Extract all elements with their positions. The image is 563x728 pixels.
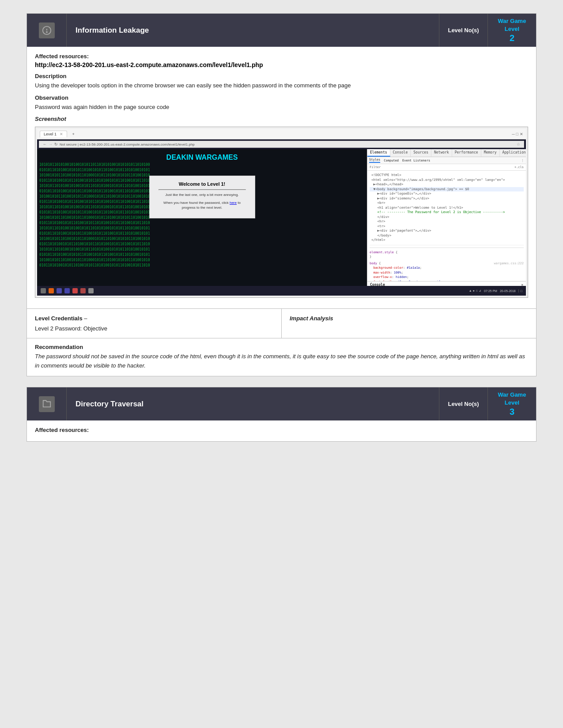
tab-label: Level 1 bbox=[44, 132, 57, 136]
taskbar-date: 20-05-2018 bbox=[500, 289, 516, 293]
code-line-10: </div> bbox=[370, 215, 524, 220]
credentials-impact-row: Level Credentials – Level 2 Password: Ob… bbox=[27, 308, 536, 338]
welcome-line1: Just like the last one, only a bit more … bbox=[159, 192, 246, 197]
filter-icon[interactable]: ⋮ bbox=[521, 159, 524, 162]
taskbar-icon-7[interactable] bbox=[88, 288, 94, 293]
code-line-3: ▶<head>…</head> bbox=[370, 182, 524, 187]
credentials-sep: – bbox=[84, 315, 87, 322]
observation-label: Observation bbox=[35, 94, 528, 101]
tab-sources[interactable]: Sources bbox=[411, 149, 431, 157]
maximize-icon[interactable]: □ bbox=[516, 132, 518, 136]
section1-icon bbox=[39, 23, 55, 38]
section2-icon bbox=[39, 396, 55, 412]
section2-icon-col bbox=[27, 387, 67, 420]
wargames-page: DEAKIN WARGAMES 101010110101001010010101… bbox=[37, 149, 367, 286]
browser-controls: ─ □ ✕ bbox=[512, 132, 523, 136]
description-label: Description bbox=[35, 73, 528, 79]
section2-level-col: Level No(s) bbox=[439, 387, 487, 420]
forward-icon[interactable]: → bbox=[49, 142, 53, 146]
css-panel: element.style { } body { wargames.css:22… bbox=[370, 248, 524, 281]
tab-performance[interactable]: Performance bbox=[452, 149, 481, 157]
code-line-6: ▶<div id="siemenu">…</div> bbox=[370, 196, 524, 201]
section2-header: Directory Traversal Level No(s) War Game… bbox=[27, 387, 536, 420]
credentials-col: Level Credentials – Level 2 Password: Ob… bbox=[27, 309, 282, 338]
section-directory-traversal: Directory Traversal Level No(s) War Game… bbox=[26, 387, 537, 442]
section2-wargame-col: War GameLevel 3 bbox=[487, 387, 536, 420]
affected-url: http://ec2-13-58-200-201.us-east-2.compu… bbox=[35, 61, 528, 68]
tab-network[interactable]: Network bbox=[431, 149, 452, 157]
computed-tab[interactable]: Computed bbox=[384, 159, 399, 162]
section2-wargame-number: 3 bbox=[498, 407, 526, 417]
close-icon[interactable]: ✕ bbox=[520, 132, 523, 136]
taskbar-icon-5[interactable] bbox=[72, 288, 78, 293]
browser-tab: Level 1 ✕ bbox=[40, 131, 67, 137]
code-line-2: <html xmlns="http://www.w3.org/1999/xhtm… bbox=[370, 178, 524, 183]
code-line-4: ▼<body background="images/background.jpg… bbox=[370, 187, 524, 192]
screenshot-container: Level 1 ✕ + ─ □ ✕ ← → ↻ Not secure | ec2… bbox=[35, 127, 528, 298]
section-information-leakage: Information Leakage Level No(s) War Game… bbox=[26, 13, 537, 376]
code-line-12: <tr> bbox=[370, 224, 524, 229]
code-line-15: </html> bbox=[370, 238, 524, 243]
styles-tab[interactable]: Styles bbox=[369, 158, 380, 163]
console-label: Console bbox=[370, 283, 385, 286]
impact-col: Impact Analysis bbox=[282, 309, 536, 338]
section2-title-col: Directory Traversal bbox=[67, 387, 439, 420]
welcome-box: Welcome to Level 1! Just like the last o… bbox=[149, 176, 255, 218]
recommendation-label: Recommendation bbox=[35, 344, 528, 350]
section1-level-col: Level No(s) bbox=[439, 14, 487, 47]
section1-level-label: Level No(s) bbox=[448, 27, 479, 34]
taskbar-desktop-icon[interactable]: □ bbox=[518, 289, 522, 293]
taskbar-right: ▲ ● ♫ ⊿ 07:25 PM 20-05-2018 □ bbox=[469, 289, 522, 293]
code-line-14: </body> bbox=[370, 233, 524, 238]
code-line-1: <!DOCTYPE html> bbox=[370, 173, 524, 178]
devtools-tabs: Elements Console Sources Network Perform… bbox=[367, 149, 526, 157]
section1-wargame-col: War GameLevel 2 bbox=[487, 14, 536, 47]
here-link[interactable]: here bbox=[230, 201, 237, 205]
reload-icon[interactable]: ↻ bbox=[54, 142, 58, 146]
section2-body: Affected resources: bbox=[27, 420, 536, 441]
tab-elements[interactable]: Elements bbox=[367, 149, 390, 157]
recommendation-section: Recommendation The password should not b… bbox=[27, 338, 536, 376]
taskbar-icon-4[interactable] bbox=[64, 288, 70, 293]
back-icon[interactable]: ← bbox=[43, 142, 47, 146]
devtools-content: <!DOCTYPE html> <html xmlns="http://www.… bbox=[367, 171, 526, 281]
css-body-rule: body { wargames.css:222 background-color… bbox=[370, 261, 524, 281]
code-line-13: ▶<div id="pagefont">…</div> bbox=[370, 229, 524, 233]
minimize-icon[interactable]: ─ bbox=[512, 132, 514, 136]
taskbar-time: 07:25 PM bbox=[484, 289, 497, 293]
code-line-11: <hr> bbox=[370, 219, 524, 224]
event-listeners-tab[interactable]: Event Listeners bbox=[402, 159, 430, 162]
taskbar-sys-icons: ▲ ● ♫ ⊿ bbox=[469, 289, 481, 293]
screenshot-label: Screenshot bbox=[35, 116, 528, 122]
taskbar-icons bbox=[41, 288, 94, 293]
code-line-5: ▶<div id="logoeDiv">…</div> bbox=[370, 191, 524, 196]
console-close-icon[interactable]: ✕ bbox=[521, 283, 523, 286]
taskbar-icon-2[interactable] bbox=[49, 288, 54, 293]
section1-header: Information Leakage Level No(s) War Game… bbox=[27, 14, 536, 47]
devtools-subtabs: Styles Computed Event Listeners ⋮ bbox=[367, 157, 526, 164]
taskbar: ▲ ● ♫ ⊿ 07:25 PM 20-05-2018 □ bbox=[37, 286, 526, 296]
section2-title: Directory Traversal bbox=[76, 400, 144, 409]
tab-console[interactable]: Console bbox=[390, 149, 411, 157]
css-element-style: element.style { } bbox=[370, 250, 524, 259]
observation-text: Password was again hidden in the page so… bbox=[35, 103, 528, 112]
tab-memory[interactable]: Memory bbox=[481, 149, 500, 157]
screenshot-mock: Level 1 ✕ + ─ □ ✕ ← → ↻ Not secure | ec2… bbox=[37, 129, 526, 296]
svg-point-2 bbox=[46, 31, 47, 32]
taskbar-icon-6[interactable] bbox=[80, 288, 86, 293]
new-style-rule-icon[interactable]: +.cls bbox=[514, 165, 524, 169]
section2-level-label: Level No(s) bbox=[448, 401, 479, 407]
section1-body: Affected resources: http://ec2-13-58-200… bbox=[27, 47, 536, 308]
browser-address-bar[interactable]: ← → ↻ Not secure | ec2-13-58-200-201.us-… bbox=[39, 141, 524, 148]
code-line-8: <h1 align="center">Welcome to Level 1!</… bbox=[370, 206, 524, 210]
section1-wargame-number: 2 bbox=[498, 33, 526, 43]
bookmark-icon[interactable]: ☆ bbox=[517, 142, 520, 146]
taskbar-icon-1[interactable] bbox=[41, 288, 46, 293]
welcome-line2: When you have found the password, click … bbox=[159, 200, 246, 210]
section1-wargame-label: War GameLevel bbox=[498, 17, 526, 33]
html-tree: <!DOCTYPE html> <html xmlns="http://www.… bbox=[370, 173, 524, 245]
section2-wargame-label: War GameLevel bbox=[498, 391, 526, 407]
welcome-title: Welcome to Level 1! bbox=[159, 181, 246, 187]
tab-application[interactable]: Application bbox=[500, 149, 526, 157]
taskbar-icon-3[interactable] bbox=[57, 288, 62, 293]
